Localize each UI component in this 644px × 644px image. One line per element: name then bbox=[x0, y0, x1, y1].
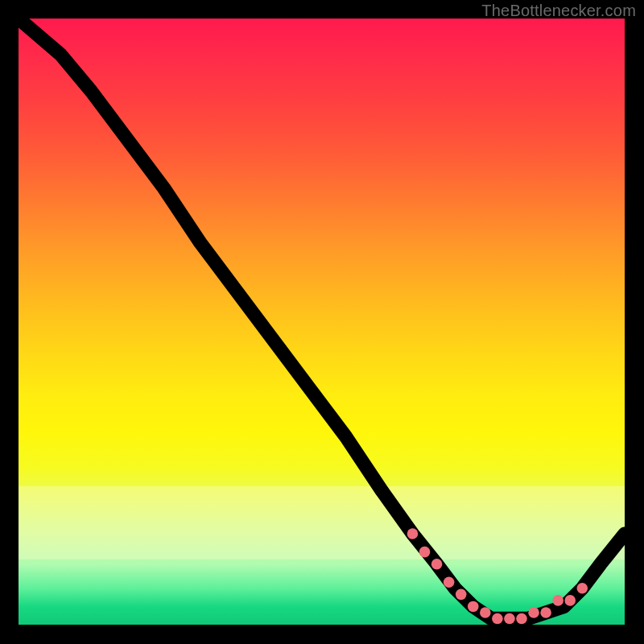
chart-stage: TheBottlenecker.com bbox=[0, 0, 644, 644]
marker-dot bbox=[577, 583, 588, 594]
marker-dot bbox=[431, 559, 443, 570]
marker-dot bbox=[564, 595, 576, 606]
marker-dot bbox=[492, 613, 503, 625]
marker-dot bbox=[407, 528, 419, 539]
marker-dot bbox=[468, 601, 479, 613]
watermark-text: TheBottlenecker.com bbox=[481, 2, 636, 20]
plot-area bbox=[19, 19, 625, 625]
marker-dot bbox=[528, 607, 539, 618]
marker-dot bbox=[480, 607, 491, 618]
marker-dot bbox=[504, 613, 515, 625]
marker-dot bbox=[540, 607, 551, 618]
marker-dot bbox=[419, 547, 431, 558]
marker-dot bbox=[552, 595, 564, 606]
marker-dot bbox=[444, 577, 455, 588]
marker-dot bbox=[456, 589, 467, 601]
chart-svg bbox=[19, 19, 625, 625]
marker-dot bbox=[516, 613, 527, 625]
bottleneck-curve bbox=[19, 19, 625, 618]
